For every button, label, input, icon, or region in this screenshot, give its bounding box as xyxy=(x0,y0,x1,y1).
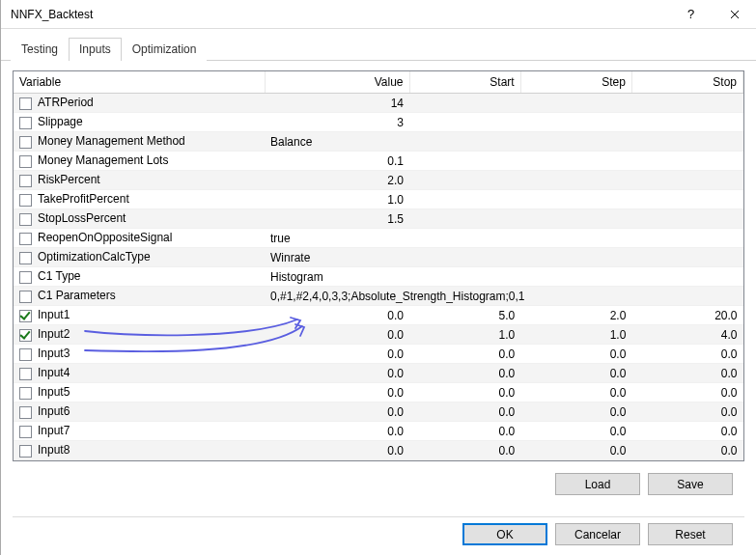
optimize-checkbox[interactable] xyxy=(19,155,32,168)
step-cell[interactable]: 1.0 xyxy=(520,325,631,345)
table-row[interactable]: C1 Parameters0,#1,#2,4,0,3,3;Absolute_St… xyxy=(14,287,743,306)
start-cell[interactable] xyxy=(409,113,520,132)
tab-testing[interactable]: Testing xyxy=(11,38,69,61)
step-cell[interactable]: 0.0 xyxy=(520,422,631,441)
value-cell[interactable]: 0.0 xyxy=(265,402,409,422)
stop-cell[interactable]: 0.0 xyxy=(631,422,742,441)
value-cell[interactable]: 3 xyxy=(265,113,409,132)
optimize-checkbox[interactable] xyxy=(19,271,32,284)
variable-cell[interactable]: C1 Parameters xyxy=(14,287,265,306)
optimize-checkbox[interactable] xyxy=(19,252,32,264)
table-row[interactable]: Input50.00.00.00.0 xyxy=(14,383,743,402)
variable-cell[interactable]: Input7 xyxy=(14,422,265,441)
close-button[interactable] xyxy=(713,0,756,29)
stop-cell[interactable]: 0.0 xyxy=(631,345,742,364)
variable-cell[interactable]: OptimizationCalcType xyxy=(14,248,265,267)
start-cell[interactable]: 5.0 xyxy=(409,306,520,325)
value-cell[interactable]: 0.0 xyxy=(265,383,409,402)
stop-cell[interactable] xyxy=(631,152,742,171)
stop-cell[interactable]: 4.0 xyxy=(631,325,742,345)
step-cell[interactable]: 2.0 xyxy=(520,306,631,325)
value-cell[interactable]: Balance xyxy=(265,132,743,152)
optimize-checkbox[interactable] xyxy=(19,97,32,110)
variable-cell[interactable]: Input8 xyxy=(14,441,265,460)
start-cell[interactable] xyxy=(409,171,520,190)
stop-cell[interactable]: 20.0 xyxy=(631,306,742,325)
value-cell[interactable]: Winrate xyxy=(265,248,743,267)
variable-cell[interactable]: TakeProfitPercent xyxy=(14,190,265,209)
variable-cell[interactable]: ATRPeriod xyxy=(14,94,265,113)
table-row[interactable]: Money Management Lots0.1 xyxy=(14,152,743,171)
table-row[interactable]: Input70.00.00.00.0 xyxy=(14,422,743,441)
col-start[interactable]: Start xyxy=(409,71,520,94)
table-row[interactable]: TakeProfitPercent1.0 xyxy=(14,190,743,209)
start-cell[interactable]: 0.0 xyxy=(409,441,520,460)
table-row[interactable]: ATRPeriod14 xyxy=(14,94,743,113)
stop-cell[interactable]: 0.0 xyxy=(631,441,742,460)
start-cell[interactable] xyxy=(409,209,520,229)
table-row[interactable]: Input80.00.00.00.0 xyxy=(14,441,743,460)
value-cell[interactable]: 2.0 xyxy=(265,171,409,190)
table-row[interactable]: Input10.05.02.020.0 xyxy=(14,306,743,325)
optimize-checkbox[interactable] xyxy=(19,310,32,322)
variable-cell[interactable]: Input6 xyxy=(14,402,265,422)
variable-cell[interactable]: Input1 xyxy=(14,306,265,325)
optimize-checkbox[interactable] xyxy=(19,445,32,458)
table-row[interactable]: Input60.00.00.00.0 xyxy=(14,402,743,422)
start-cell[interactable]: 0.0 xyxy=(409,364,520,383)
step-cell[interactable]: 0.0 xyxy=(520,345,631,364)
optimize-checkbox[interactable] xyxy=(19,348,32,361)
table-row[interactable]: StopLossPercent1.5 xyxy=(14,209,743,229)
variable-cell[interactable]: C1 Type xyxy=(14,267,265,287)
stop-cell[interactable]: 0.0 xyxy=(631,364,742,383)
start-cell[interactable] xyxy=(409,152,520,171)
value-cell[interactable]: 0.0 xyxy=(265,441,409,460)
variable-cell[interactable]: StopLossPercent xyxy=(14,209,265,229)
table-row[interactable]: Input40.00.00.00.0 xyxy=(14,364,743,383)
step-cell[interactable] xyxy=(520,152,631,171)
value-cell[interactable]: 0.0 xyxy=(265,345,409,364)
col-variable[interactable]: Variable xyxy=(14,71,265,94)
variable-cell[interactable]: RiskPercent xyxy=(14,171,265,190)
value-cell[interactable]: 14 xyxy=(265,94,409,113)
col-stop[interactable]: Stop xyxy=(631,71,742,94)
stop-cell[interactable] xyxy=(631,94,742,113)
step-cell[interactable] xyxy=(520,113,631,132)
tab-optimization[interactable]: Optimization xyxy=(122,38,208,61)
optimize-checkbox[interactable] xyxy=(19,368,32,380)
start-cell[interactable]: 0.0 xyxy=(409,422,520,441)
variable-cell[interactable]: Input2 xyxy=(14,325,265,345)
help-button[interactable]: ? xyxy=(669,0,713,29)
variable-cell[interactable]: Money Management Method xyxy=(14,132,265,152)
value-cell[interactable]: 0.0 xyxy=(265,422,409,441)
step-cell[interactable]: 0.0 xyxy=(520,402,631,422)
table-row[interactable]: Input30.00.00.00.0 xyxy=(14,345,743,364)
value-cell[interactable]: 0.0 xyxy=(265,325,409,345)
variable-cell[interactable]: Input5 xyxy=(14,383,265,402)
optimize-checkbox[interactable] xyxy=(19,426,32,438)
cancel-button[interactable]: Cancelar xyxy=(555,523,640,545)
variable-cell[interactable]: Slippage xyxy=(14,113,265,132)
variable-cell[interactable]: Money Management Lots xyxy=(14,152,265,171)
step-cell[interactable] xyxy=(520,190,631,209)
stop-cell[interactable] xyxy=(631,171,742,190)
start-cell[interactable]: 0.0 xyxy=(409,402,520,422)
value-cell[interactable]: 1.5 xyxy=(265,209,409,229)
value-cell[interactable]: true xyxy=(265,229,743,248)
value-cell[interactable]: Histogram xyxy=(265,267,743,287)
table-row[interactable]: Money Management MethodBalance xyxy=(14,132,743,152)
value-cell[interactable]: 0,#1,#2,4,0,3,3;Absolute_Strength_Histog… xyxy=(265,287,743,306)
stop-cell[interactable] xyxy=(631,209,742,229)
table-row[interactable]: RiskPercent2.0 xyxy=(14,171,743,190)
optimize-checkbox[interactable] xyxy=(19,387,32,400)
step-cell[interactable]: 0.0 xyxy=(520,441,631,460)
value-cell[interactable]: 1.0 xyxy=(265,190,409,209)
value-cell[interactable]: 0.1 xyxy=(265,152,409,171)
optimize-checkbox[interactable] xyxy=(19,136,32,149)
step-cell[interactable]: 0.0 xyxy=(520,364,631,383)
variable-cell[interactable]: Input3 xyxy=(14,345,265,364)
step-cell[interactable]: 0.0 xyxy=(520,383,631,402)
save-button[interactable]: Save xyxy=(648,473,733,495)
start-cell[interactable]: 0.0 xyxy=(409,345,520,364)
value-cell[interactable]: 0.0 xyxy=(265,364,409,383)
